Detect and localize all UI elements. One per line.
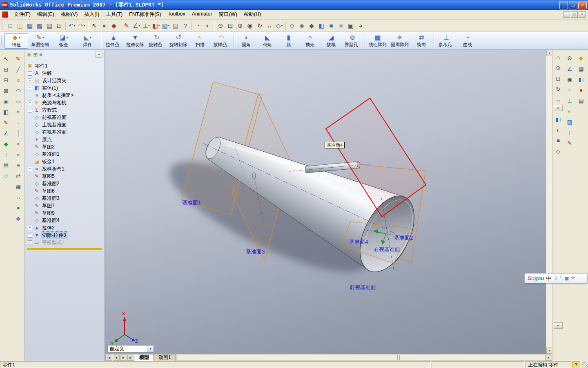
sketch-tool-icon[interactable]: ✎: [1, 118, 11, 128]
annotate-icon[interactable]: ✎: [565, 138, 575, 148]
rotate-view-icon[interactable]: ↻: [553, 84, 563, 94]
scroll-right-button[interactable]: ►: [545, 355, 552, 361]
quick-snaps-icon[interactable]: ◆: [13, 213, 23, 223]
plane-tool-icon[interactable]: ◇: [1, 171, 11, 181]
fullwidth-halfwidth-icon[interactable]: ☽: [553, 276, 557, 281]
label-plane1[interactable]: 基准面1: [182, 199, 201, 206]
tab-model[interactable]: 模型: [135, 354, 154, 361]
menu-item[interactable]: Toolbox: [165, 10, 189, 19]
menu-item[interactable]: Animator: [189, 10, 216, 19]
save-icon[interactable]: ▦: [25, 21, 35, 31]
filter-icon[interactable]: ⊠: [1, 86, 11, 96]
circular-pattern-button[interactable]: ✳ 圆周阵列: [389, 34, 411, 48]
tab-sheet-metal[interactable]: ◪ ▾ 钣金: [52, 34, 76, 48]
label-plane2[interactable]: 基准面2: [394, 234, 413, 242]
edrawings-icon[interactable]: ◔: [193, 21, 203, 31]
shadows-icon[interactable]: ▣: [346, 21, 356, 31]
tree-item-sketch9[interactable]: 草图9: [24, 209, 105, 217]
print-preview-icon[interactable]: ⊡: [54, 21, 64, 31]
feature-icon[interactable]: ▣: [1, 96, 11, 106]
save-all-icon[interactable]: ▩: [35, 21, 45, 31]
custom-view-combobox[interactable]: 自定义 ▾: [107, 345, 154, 352]
rib-button[interactable]: ▮ 筋: [278, 34, 299, 48]
dropdown-arrow-icon[interactable]: ▾: [148, 24, 150, 27]
select-tool-icon[interactable]: ↖: [1, 54, 11, 64]
offset-entities-icon[interactable]: ≡: [13, 160, 23, 170]
spline-icon[interactable]: ≈: [13, 107, 23, 117]
mdi-restore-button[interactable]: □: [571, 11, 578, 18]
shaded-icon[interactable]: ■: [553, 136, 563, 146]
convert-entities-icon[interactable]: »: [13, 150, 23, 159]
sweep-button[interactable]: ≈ 扫描: [189, 34, 211, 48]
label-front-plane[interactable]: 前视基准面: [350, 284, 376, 291]
chevron-down-icon[interactable]: ▾: [147, 346, 154, 352]
select-icon[interactable]: ↖: [89, 21, 99, 31]
dropdown-arrow-icon[interactable]: ▾: [18, 36, 20, 39]
relation-tool-icon[interactable]: ◆: [1, 139, 11, 149]
tab-next-button[interactable]: ▶: [120, 355, 127, 361]
dropdown-arrow-icon[interactable]: ▾: [281, 24, 283, 27]
zoom-to-fit-icon[interactable]: ⊙: [553, 63, 563, 73]
panel-expand-chevron[interactable]: »: [95, 51, 102, 58]
drawing-sheet-icon[interactable]: ▤: [171, 21, 180, 31]
menu-item[interactable]: 文件(F): [11, 10, 34, 19]
menu-item[interactable]: 视图(V): [58, 10, 81, 19]
vertical-scrollbar[interactable]: ▲ ▼: [546, 50, 552, 354]
tab-features[interactable]: ◆ ▾ 特征: [4, 33, 28, 49]
pan-icon[interactable]: ↔: [265, 21, 274, 31]
zoom-in-out-icon[interactable]: ⊕: [235, 21, 245, 31]
zoom-to-selection-icon[interactable]: ◉: [245, 21, 255, 31]
menu-item[interactable]: 窗口(W): [216, 10, 241, 19]
dropdown-arrow-icon[interactable]: ▾: [74, 24, 76, 27]
linear-pattern-button[interactable]: ▦ 线性阵列: [367, 34, 389, 48]
tree-item-plane2[interactable]: 基准面2: [24, 180, 105, 187]
revolve-boss-button[interactable]: ↻ 旋转凸..: [146, 34, 167, 48]
extrude-boss-button[interactable]: ▲ 拉伸凸..: [103, 34, 124, 48]
task-pane-icon[interactable]: ▤: [576, 96, 586, 105]
table-tool-icon[interactable]: ▤: [1, 160, 11, 170]
tab-prev-button[interactable]: ◀: [113, 355, 120, 361]
tree-item-plane4[interactable]: 基准面4: [24, 217, 105, 224]
zoom-to-area-icon[interactable]: ⊡: [553, 74, 563, 83]
print-icon[interactable]: ▤: [45, 21, 54, 31]
scroll-up-button[interactable]: ▲: [546, 50, 552, 56]
menu-item[interactable]: 编辑(E): [34, 10, 58, 19]
shaded-with-edges-icon[interactable]: ■: [326, 21, 336, 31]
relations-icon[interactable]: ⊥ ▾: [141, 21, 151, 31]
splitter-handle[interactable]: [397, 355, 400, 360]
toolbar-grip[interactable]: [1, 36, 3, 45]
loft-boss-button[interactable]: ◠ 放样凸..: [211, 34, 232, 48]
minimize-button[interactable]: _: [559, 1, 568, 9]
menu-item[interactable]: 工具(T): [102, 10, 126, 19]
display-relations-icon[interactable]: ●: [13, 203, 23, 213]
rollback-bar[interactable]: [27, 248, 102, 249]
dropdown-arrow-icon[interactable]: ▾: [84, 24, 85, 27]
texture-icon[interactable]: ▧: [565, 117, 575, 127]
measure-icon[interactable]: ⊙: [565, 53, 575, 63]
sketch-icon[interactable]: ✎: [122, 21, 131, 31]
centerline-icon[interactable]: ┆: [13, 128, 23, 138]
settings-wrench-icon[interactable]: ⚒: [571, 276, 575, 281]
part-cube-icon[interactable]: ◧ ▾: [151, 21, 161, 31]
tree-item-sketch2[interactable]: 草图2: [24, 143, 105, 150]
wireframe-icon[interactable]: ◇: [553, 146, 563, 156]
restore-button[interactable]: □: [569, 1, 577, 9]
graphics-viewport[interactable]: 基准面4 基准面1 基准面3 基准面4 基准面2 右视基准面 前视基准面 X Y…: [105, 50, 546, 354]
collapse-panel-button[interactable]: «: [554, 105, 563, 111]
pan-icon[interactable]: ↔: [553, 95, 563, 105]
sketch-point-small-end[interactable]: [218, 150, 219, 151]
close-button[interactable]: ×: [578, 1, 587, 9]
punctuation-icon[interactable]: °,: [559, 276, 562, 281]
rebuild-icon[interactable]: ●: [99, 21, 109, 31]
open-document-icon[interactable]: ◫: [15, 21, 25, 31]
tree-item-sketch5[interactable]: 草图5: [24, 173, 105, 180]
view-orientation-icon[interactable]: ⌂: [553, 52, 563, 62]
assembly-icon[interactable]: ▧ ▾: [161, 21, 171, 31]
resize-grip[interactable]: [582, 361, 588, 368]
tab-sketch[interactable]: ✎ ▾ 草图绘制: [28, 34, 52, 48]
expand-toggle[interactable]: +: [28, 240, 32, 245]
input-mode-toggle[interactable]: 中: [546, 275, 551, 282]
help-icon[interactable]: ?: [180, 21, 190, 31]
toolbar-separator[interactable]: [213, 21, 216, 31]
curvature-icon[interactable]: ◕: [356, 21, 365, 31]
